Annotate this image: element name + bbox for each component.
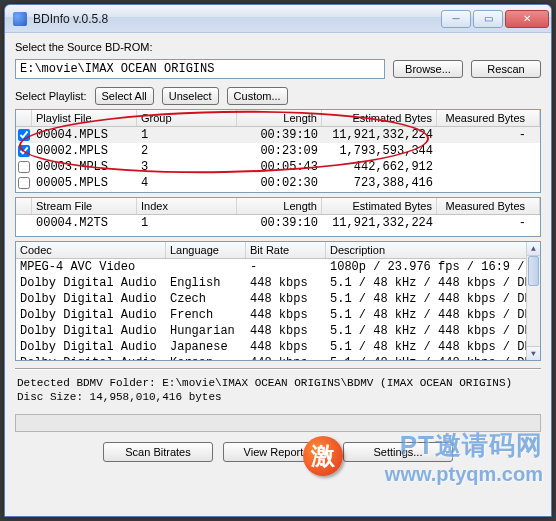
rescan-button[interactable]: Rescan: [471, 60, 541, 78]
playlist-row[interactable]: 00002.MPLS 2 00:23:09 1,793,593,344: [16, 143, 540, 159]
codec-row[interactable]: Dolby Digital Audio Czech 448 kbps 5.1 /…: [16, 291, 540, 307]
col-header-codec[interactable]: Codec: [16, 242, 166, 258]
playlist-row[interactable]: 00005.MPLS 4 00:02:30 723,388,416: [16, 175, 540, 191]
col-header-rate[interactable]: Bit Rate: [246, 242, 326, 258]
col-header-est[interactable]: Estimated Bytes: [322, 198, 437, 214]
stream-row[interactable]: 00004.M2TS 1 00:39:10 11,921,332,224 -: [16, 215, 540, 231]
divider: [15, 368, 541, 369]
client-area: Select the Source BD-ROM: Browse... Resc…: [5, 33, 551, 516]
col-header-meas[interactable]: Measured Bytes: [437, 198, 540, 214]
scroll-thumb[interactable]: [528, 256, 539, 286]
stream-list[interactable]: Stream File Index Length Estimated Bytes…: [15, 197, 541, 237]
col-header-desc[interactable]: Description: [326, 242, 540, 258]
app-icon: [13, 12, 27, 26]
stream-header: Stream File Index Length Estimated Bytes…: [16, 198, 540, 215]
codec-list[interactable]: Codec Language Bit Rate Description MPEG…: [15, 241, 541, 361]
source-label: Select the Source BD-ROM:: [15, 41, 541, 53]
col-header-group[interactable]: Group: [137, 110, 237, 126]
settings-button[interactable]: Settings...: [343, 442, 453, 462]
codec-scrollbar[interactable]: ▲ ▼: [526, 242, 540, 360]
codec-row[interactable]: Dolby Digital Audio French 448 kbps 5.1 …: [16, 307, 540, 323]
codec-row[interactable]: Dolby Digital Audio Japanese 448 kbps 5.…: [16, 339, 540, 355]
playlist-check[interactable]: [18, 145, 30, 157]
col-header-length[interactable]: Length: [237, 110, 322, 126]
playlist-list[interactable]: Playlist File Group Length Estimated Byt…: [15, 109, 541, 193]
codec-row[interactable]: Dolby Digital Audio Korean 448 kbps 5.1 …: [16, 355, 540, 361]
custom-button[interactable]: Custom...: [227, 87, 288, 105]
playlist-check[interactable]: [18, 177, 30, 189]
window-title: BDInfo v.0.5.8: [33, 12, 441, 26]
watermark-line2: www.ptyqm.com: [385, 463, 543, 486]
title-bar[interactable]: BDInfo v.0.5.8 ─ ▭ ✕: [5, 5, 551, 33]
detected-folder: Detected BDMV Folder: E:\movie\IMAX OCEA…: [17, 376, 539, 390]
minimize-button[interactable]: ─: [441, 10, 471, 28]
playlist-header: Playlist File Group Length Estimated Byt…: [16, 110, 540, 127]
footer-info: Detected BDMV Folder: E:\movie\IMAX OCEA…: [15, 374, 541, 404]
playlist-check[interactable]: [18, 129, 30, 141]
progress-bar: [15, 414, 541, 432]
source-path-input[interactable]: [15, 59, 385, 79]
col-header-lang[interactable]: Language: [166, 242, 246, 258]
playlist-row[interactable]: 00003.MPLS 3 00:05:43 442,662,912: [16, 159, 540, 175]
close-button[interactable]: ✕: [505, 10, 549, 28]
view-report-button[interactable]: View Report...: [223, 442, 333, 462]
scroll-down-icon[interactable]: ▼: [527, 346, 540, 360]
scroll-up-icon[interactable]: ▲: [527, 242, 540, 256]
app-window: BDInfo v.0.5.8 ─ ▭ ✕ Select the Source B…: [4, 4, 552, 517]
col-header-file[interactable]: Stream File: [32, 198, 137, 214]
playlist-row[interactable]: 00004.MPLS 1 00:39:10 11,921,332,224 -: [16, 127, 540, 143]
select-all-button[interactable]: Select All: [95, 87, 154, 105]
scan-bitrates-button[interactable]: Scan Bitrates: [103, 442, 213, 462]
playlist-check[interactable]: [18, 161, 30, 173]
col-header-file[interactable]: Playlist File: [32, 110, 137, 126]
codec-row[interactable]: Dolby Digital Audio English 448 kbps 5.1…: [16, 275, 540, 291]
codec-row[interactable]: Dolby Digital Audio Hungarian 448 kbps 5…: [16, 323, 540, 339]
disc-size: Disc Size: 14,958,010,416 bytes: [17, 390, 539, 404]
col-header-index[interactable]: Index: [137, 198, 237, 214]
unselect-button[interactable]: Unselect: [162, 87, 219, 105]
codec-header: Codec Language Bit Rate Description: [16, 242, 540, 259]
col-header-length[interactable]: Length: [237, 198, 322, 214]
maximize-button[interactable]: ▭: [473, 10, 503, 28]
col-header-meas[interactable]: Measured Bytes: [437, 110, 540, 126]
codec-row[interactable]: MPEG-4 AVC Video - 1080p / 23.976 fps / …: [16, 259, 540, 275]
browse-button[interactable]: Browse...: [393, 60, 463, 78]
playlist-label: Select Playlist:: [15, 90, 87, 102]
col-header-est[interactable]: Estimated Bytes: [322, 110, 437, 126]
